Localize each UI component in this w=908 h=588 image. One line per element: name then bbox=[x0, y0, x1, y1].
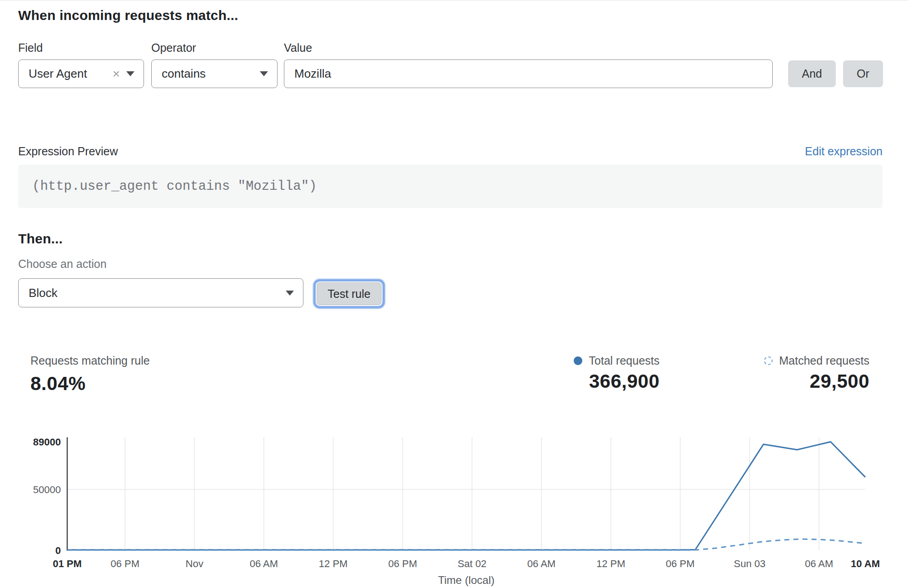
x-tick-label: 06 PM bbox=[666, 558, 695, 569]
x-tick-label: 10 AM bbox=[851, 558, 880, 569]
series-line-matched-requests bbox=[67, 539, 865, 550]
x-axis-title: Time (local) bbox=[438, 574, 494, 586]
x-tick-label: 06 AM bbox=[805, 558, 833, 569]
x-tick-label: 06 AM bbox=[527, 558, 556, 569]
value-input[interactable] bbox=[284, 59, 773, 88]
requests-chart: 0500008900001 PM06 PMNov06 AM12 PM06 PMS… bbox=[0, 423, 908, 588]
x-tick-label: Sun 03 bbox=[734, 558, 765, 569]
x-tick-label: Sat 02 bbox=[457, 558, 486, 569]
operator-select-value: contains bbox=[162, 67, 253, 81]
matched-requests-dashed-circle-icon bbox=[764, 356, 773, 365]
test-rule-button[interactable]: Test rule bbox=[317, 282, 382, 305]
y-tick-label: 50000 bbox=[33, 484, 61, 495]
y-tick-label: 0 bbox=[55, 545, 61, 556]
field-select-value: User Agent bbox=[29, 67, 107, 81]
chevron-down-icon[interactable] bbox=[286, 291, 294, 296]
match-heading: When incoming requests match... bbox=[18, 8, 238, 23]
matched-requests-label: Matched requests bbox=[779, 354, 869, 367]
firewall-rule-editor: When incoming requests match... Field Op… bbox=[0, 0, 908, 588]
matched-requests-value: 29,500 bbox=[764, 371, 869, 392]
value-label: Value bbox=[284, 41, 312, 54]
series-line-total-requests bbox=[67, 442, 865, 550]
edit-expression-link[interactable]: Edit expression bbox=[805, 145, 883, 158]
x-tick-label: Nov bbox=[186, 558, 203, 569]
action-select-value: Block bbox=[29, 286, 279, 300]
field-select[interactable]: User Agent × bbox=[18, 59, 144, 88]
field-label: Field bbox=[18, 41, 43, 54]
total-requests-label: Total requests bbox=[589, 354, 660, 367]
x-tick-label: 06 PM bbox=[388, 558, 417, 569]
operator-select[interactable]: contains bbox=[151, 59, 278, 88]
action-select[interactable]: Block bbox=[18, 278, 303, 307]
matching-rule-value: 8.04% bbox=[30, 373, 86, 395]
operator-label: Operator bbox=[151, 41, 196, 54]
total-requests-value: 366,900 bbox=[574, 371, 660, 392]
clear-icon[interactable]: × bbox=[113, 68, 120, 80]
chevron-down-icon[interactable] bbox=[126, 71, 134, 76]
x-tick-label: 12 PM bbox=[319, 558, 348, 569]
expression-code-block: (http.user_agent contains "Mozilla") bbox=[18, 165, 883, 208]
matching-rule-label: Requests matching rule bbox=[30, 354, 150, 367]
x-tick-label: 06 PM bbox=[111, 558, 140, 569]
x-tick-label: 06 AM bbox=[250, 558, 278, 569]
then-heading: Then... bbox=[18, 231, 63, 247]
legend-total: Total requests 366,900 bbox=[574, 354, 660, 392]
expression-preview-label: Expression Preview bbox=[18, 145, 118, 158]
x-tick-label: 12 PM bbox=[596, 558, 625, 569]
choose-action-label: Choose an action bbox=[18, 257, 107, 271]
y-tick-label: 89000 bbox=[33, 436, 61, 448]
and-button[interactable]: And bbox=[788, 60, 836, 87]
total-requests-dot-icon bbox=[574, 356, 582, 365]
chevron-down-icon[interactable] bbox=[260, 71, 268, 76]
expression-code: (http.user_agent contains "Mozilla") bbox=[18, 179, 317, 194]
or-button[interactable]: Or bbox=[843, 60, 883, 87]
legend-matched: Matched requests 29,500 bbox=[764, 354, 869, 392]
x-tick-label: 01 PM bbox=[53, 558, 82, 569]
